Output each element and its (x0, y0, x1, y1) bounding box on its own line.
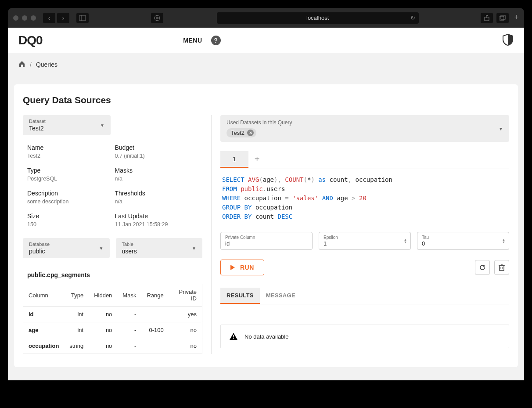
dataset-label: Dataset (29, 119, 104, 124)
footer-chrome (8, 388, 524, 396)
dataset-metadata: NameTest2 Budget0.7 (initial:1) TypePost… (23, 144, 202, 227)
close-dot[interactable] (13, 15, 18, 21)
column-header: Range (141, 284, 169, 307)
new-tab-icon[interactable]: + (514, 13, 519, 23)
table-cell: no (169, 338, 202, 354)
spinner-icon[interactable]: ▲▼ (502, 238, 505, 244)
meta-value: some description (27, 199, 111, 205)
add-query-tab[interactable]: + (248, 150, 266, 169)
no-data-panel: No data available (220, 325, 509, 348)
table-cell (141, 307, 169, 322)
query-tab[interactable]: 1 (220, 151, 248, 168)
schema-table: ColumnTypeHiddenMaskRangePrivate ID idin… (23, 284, 202, 354)
chip-remove-icon[interactable]: ✕ (247, 130, 254, 136)
table-cell: int (64, 307, 89, 322)
chevron-down-icon: ▼ (499, 126, 503, 131)
table-cell: string (64, 338, 89, 354)
param-label: Epsilon (324, 235, 406, 240)
help-icon[interactable]: ? (211, 36, 221, 45)
table-cell: 0-100 (141, 322, 169, 338)
meta-value: n/a (115, 176, 198, 182)
tabs-icon[interactable] (496, 13, 509, 23)
dataset-select[interactable]: Dataset Test2 ▼ (23, 115, 111, 135)
meta-label: Masks (115, 167, 198, 174)
private-column-field[interactable]: Private Column id (220, 232, 313, 250)
dataset-chip: Test2✕ (226, 128, 256, 137)
meta-label: Name (27, 144, 111, 151)
table-label: Table (122, 242, 197, 247)
table-value: users (122, 248, 197, 255)
run-button[interactable]: RUN (220, 260, 264, 275)
page-title: Query Data Sources (23, 95, 509, 105)
svg-point-2 (155, 15, 160, 21)
sidebar-toggle-icon[interactable] (76, 13, 89, 23)
menu-link[interactable]: MENU (183, 37, 202, 44)
result-tabs: RESULTS MESSAGE (220, 288, 509, 304)
meta-value: Test2 (27, 153, 111, 159)
no-data-text: No data available (244, 333, 288, 340)
svg-rect-7 (500, 16, 504, 20)
shield-icon[interactable] (502, 33, 514, 47)
meta-label: Budget (115, 144, 198, 151)
table-cell: occupation (23, 338, 65, 354)
table-cell: - (117, 338, 141, 354)
meta-value: 0.7 (initial:1) (115, 153, 198, 159)
database-select[interactable]: Database public ▼ (23, 238, 110, 258)
param-label: Private Column (225, 235, 308, 240)
svg-rect-8 (501, 15, 505, 19)
database-value: public (29, 248, 104, 255)
refresh-button[interactable] (475, 260, 490, 275)
sql-editor[interactable]: SELECT AVG(age), COUNT(*) as count, occu… (220, 169, 509, 232)
table-cell: age (23, 322, 65, 338)
table-cell: int (64, 322, 89, 338)
epsilon-field[interactable]: Epsilon 1 ▲▼ (319, 232, 411, 250)
warning-icon (230, 333, 237, 340)
address-bar[interactable]: localhost ↻ (217, 12, 419, 24)
tau-field[interactable]: Tau 0 ▲▼ (417, 232, 509, 250)
schema-title: public.cpg_segments (23, 267, 202, 284)
tab-message[interactable]: MESSAGE (260, 288, 302, 304)
url-text: localhost (306, 14, 329, 21)
home-icon[interactable] (18, 60, 25, 69)
chevron-down-icon: ▼ (99, 246, 104, 251)
table-cell: - (117, 322, 141, 338)
min-dot[interactable] (22, 15, 27, 21)
dataset-value: Test2 (29, 125, 104, 132)
param-value: 0 (422, 240, 504, 247)
table-cell: no (89, 322, 117, 338)
param-value: id (225, 240, 308, 247)
chevron-down-icon: ▼ (192, 246, 196, 251)
window-controls (13, 15, 36, 21)
used-datasets-field[interactable]: Used Datasets in this Query Test2✕ ▼ (220, 115, 509, 142)
tab-results[interactable]: RESULTS (220, 288, 260, 304)
run-label: RUN (240, 264, 254, 271)
table-row: idintno-yes (23, 307, 202, 322)
meta-label: Description (27, 190, 111, 197)
share-icon[interactable] (481, 13, 493, 23)
table-select[interactable]: Table users ▼ (116, 238, 203, 258)
logo: DQ0 (18, 33, 43, 47)
meta-value: 150 (27, 221, 111, 227)
table-cell: no (169, 322, 202, 338)
param-value: 1 (324, 240, 406, 247)
table-cell: no (89, 307, 117, 322)
refresh-icon[interactable]: ↻ (410, 14, 415, 21)
breadcrumb-current[interactable]: Queries (36, 61, 58, 68)
table-cell: yes (169, 307, 202, 322)
column-header: Column (23, 284, 65, 307)
delete-button[interactable] (494, 260, 509, 275)
table-cell: id (23, 307, 65, 322)
database-label: Database (29, 242, 104, 247)
meta-label: Last Update (115, 213, 198, 220)
table-row: ageintno-0-100no (23, 322, 202, 338)
column-header: Hidden (89, 284, 117, 307)
table-cell (141, 338, 169, 354)
back-button[interactable]: ‹ (43, 13, 55, 23)
svg-rect-0 (79, 15, 86, 21)
reader-icon[interactable] (151, 13, 163, 23)
max-dot[interactable] (31, 15, 36, 21)
spinner-icon[interactable]: ▲▼ (404, 238, 407, 244)
meta-label: Size (27, 213, 111, 220)
meta-label: Type (27, 167, 111, 174)
forward-button[interactable]: › (57, 13, 69, 23)
